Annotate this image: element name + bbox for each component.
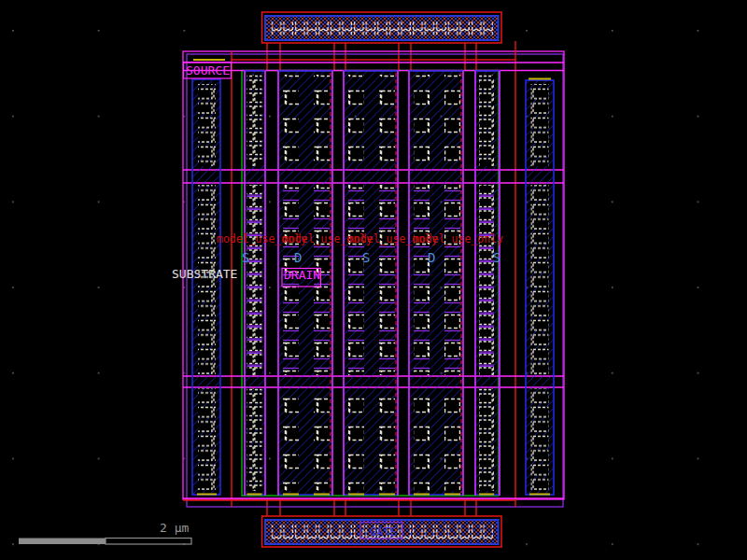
- source-finger-2: [344, 71, 398, 496]
- drain-label: DRAIN: [284, 268, 320, 282]
- drain-finger-2: [409, 71, 463, 496]
- source-finger-1: [245, 71, 265, 496]
- substrate-column-right: [526, 79, 554, 496]
- finger-letter-3: S: [362, 250, 370, 265]
- drain-finger-1: [278, 71, 332, 496]
- finger-letter-4: D: [428, 250, 435, 265]
- gate-label: GATE: [370, 525, 397, 539]
- source-label: SOURCE: [186, 63, 230, 77]
- watermark-texts: model_use_only model_use_only model_use_…: [217, 232, 503, 245]
- finger-letter-2: D: [294, 250, 302, 265]
- top-metal-rail: [262, 12, 502, 43]
- via-row: [271, 21, 493, 36]
- scale-bar-filled-half: [19, 539, 106, 545]
- layout-editor-viewport: GATE: [0, 0, 747, 560]
- finger-letter-1: S: [242, 250, 249, 265]
- finger-letter-5: S: [493, 250, 500, 265]
- bottom-metal-rail: GATE: [262, 516, 502, 547]
- scale-bar-label: 2 µm: [160, 521, 189, 535]
- source-finger-3: [475, 71, 500, 496]
- substrate-label: SUBSTRATE: [172, 267, 237, 281]
- layout-canvas[interactable]: GATE: [0, 0, 747, 560]
- watermark-text-4: model_use_only: [413, 232, 503, 245]
